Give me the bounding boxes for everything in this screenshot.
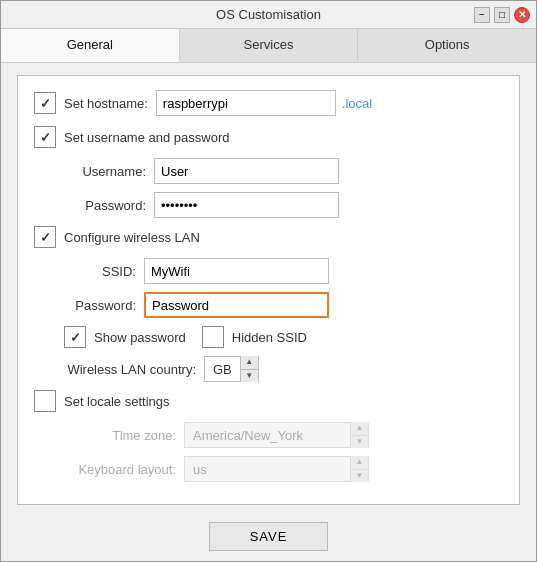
footer: SAVE (1, 512, 536, 561)
keyboard-value: us (185, 462, 350, 477)
show-password-row: Show password Hidden SSID (64, 326, 503, 348)
tab-options[interactable]: Options (358, 29, 536, 62)
wifi-password-row: Password: (64, 292, 503, 318)
tab-bar: General Services Options (1, 29, 536, 63)
locale-checkbox[interactable] (34, 390, 56, 412)
username-input[interactable] (154, 158, 339, 184)
country-down-arrow[interactable]: ▼ (241, 370, 258, 383)
window-controls: − □ ✕ (474, 7, 530, 23)
window-title: OS Customisation (216, 7, 321, 22)
timezone-spinner[interactable]: America/New_York ▲ ▼ (184, 422, 369, 448)
timezone-value: America/New_York (185, 428, 350, 443)
show-password-checkbox[interactable] (64, 326, 86, 348)
titlebar: OS Customisation − □ ✕ (1, 1, 536, 29)
hostname-input[interactable] (156, 90, 336, 116)
keyboard-row: Keyboard layout: us ▲ ▼ (64, 456, 503, 482)
country-arrows: ▲ ▼ (240, 356, 258, 382)
keyboard-up-arrow[interactable]: ▲ (351, 456, 368, 470)
username-label: Username: (64, 164, 154, 179)
keyboard-label: Keyboard layout: (64, 462, 184, 477)
tab-general[interactable]: General (1, 29, 180, 62)
timezone-down-arrow[interactable]: ▼ (351, 436, 368, 449)
maximize-button[interactable]: □ (494, 7, 510, 23)
ssid-input[interactable] (144, 258, 329, 284)
country-up-arrow[interactable]: ▲ (241, 356, 258, 370)
main-content: Set hostname: .local Set username and pa… (1, 63, 536, 512)
show-password-label: Show password (94, 330, 186, 345)
timezone-arrows: ▲ ▼ (350, 422, 368, 448)
hidden-ssid-checkbox[interactable] (202, 326, 224, 348)
keyboard-arrows: ▲ ▼ (350, 456, 368, 482)
hostname-section: Set hostname: .local (34, 90, 503, 116)
password-input[interactable] (154, 192, 339, 218)
save-button[interactable]: SAVE (209, 522, 329, 551)
timezone-label: Time zone: (64, 428, 184, 443)
keyboard-down-arrow[interactable]: ▼ (351, 470, 368, 483)
hostname-checkbox[interactable] (34, 92, 56, 114)
password-label: Password: (64, 198, 154, 213)
country-row: Wireless LAN country: GB ▲ ▼ (64, 356, 503, 382)
close-button[interactable]: ✕ (514, 7, 530, 23)
hostname-suffix: .local (342, 96, 372, 111)
country-label: Wireless LAN country: (64, 362, 204, 377)
user-password-checkbox[interactable] (34, 126, 56, 148)
wifi-password-label: Password: (64, 298, 144, 313)
user-password-section: Set username and password (34, 126, 503, 148)
hostname-label: Set hostname: (64, 96, 148, 111)
locale-label: Set locale settings (64, 394, 170, 409)
wireless-section: Configure wireless LAN (34, 226, 503, 248)
minimize-button[interactable]: − (474, 7, 490, 23)
country-value: GB (205, 362, 240, 377)
ssid-label: SSID: (64, 264, 144, 279)
user-password-label: Set username and password (64, 130, 229, 145)
hidden-ssid-wrap: Hidden SSID (202, 326, 307, 348)
hidden-ssid-label: Hidden SSID (232, 330, 307, 345)
country-spinner[interactable]: GB ▲ ▼ (204, 356, 259, 382)
keyboard-spinner[interactable]: us ▲ ▼ (184, 456, 369, 482)
password-row: Password: (64, 192, 503, 218)
username-row: Username: (64, 158, 503, 184)
wifi-password-input[interactable] (144, 292, 329, 318)
settings-panel: Set hostname: .local Set username and pa… (17, 75, 520, 505)
timezone-row: Time zone: America/New_York ▲ ▼ (64, 422, 503, 448)
wireless-checkbox[interactable] (34, 226, 56, 248)
timezone-up-arrow[interactable]: ▲ (351, 422, 368, 436)
ssid-row: SSID: (64, 258, 503, 284)
wireless-label: Configure wireless LAN (64, 230, 200, 245)
tab-services[interactable]: Services (180, 29, 359, 62)
main-window: OS Customisation − □ ✕ General Services … (0, 0, 537, 562)
locale-section: Set locale settings (34, 390, 503, 412)
